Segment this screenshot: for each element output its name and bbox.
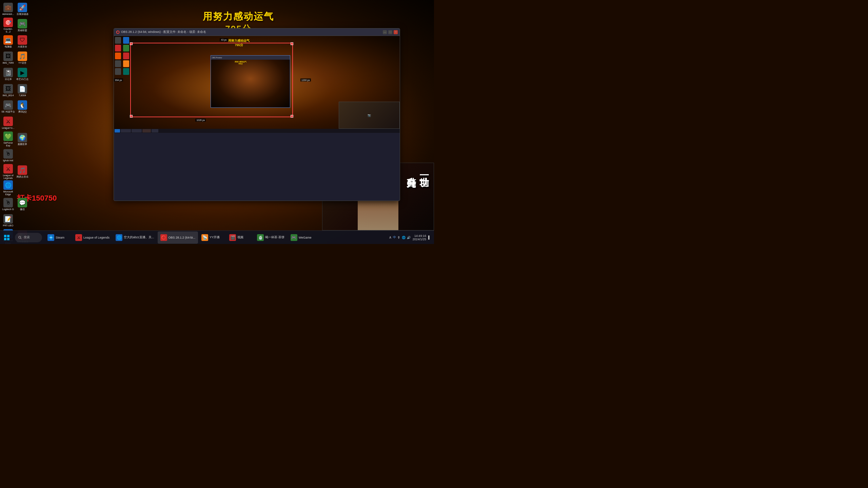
taskbar-search-box[interactable]: 搜索 <box>15 233 42 242</box>
icon-row-7: 🎮 SE 对战平台 🐧 腾讯QQ <box>1 99 29 115</box>
obs-handle-br[interactable] <box>291 115 293 118</box>
icon-lghub[interactable]: 🖱 lghub inst <box>1 148 15 163</box>
nested-obs-title: OBS Preview <box>211 56 290 60</box>
icon-counter-strike-label: Counter-S...2 <box>1 28 15 33</box>
icon-prt[interactable]: 📝 PRT-UEO <box>1 213 15 228</box>
obs-preview-taskbar <box>114 129 400 133</box>
icon-edge[interactable]: 🌐 Microsoft Edge <box>1 180 15 196</box>
icon-img1[interactable]: 🖼 IMG_7055 <box>1 50 15 66</box>
icon-prt-label: PRT-UEO <box>3 224 14 227</box>
icon-accelerator[interactable]: 🚀 百饿加速器 <box>16 1 29 17</box>
taskbar-obs-icon: ⭕ <box>160 234 167 241</box>
obs-maximize-button[interactable]: □ <box>388 30 392 34</box>
icon-leagueplus-label: League+o... <box>2 127 14 129</box>
icon-administrator[interactable]: 💼 Administr... <box>1 1 15 17</box>
icon-seplat-label: SE 对战平台 <box>1 110 15 113</box>
icon-diary-label: 日记本 <box>5 78 12 81</box>
obs-handle-tl[interactable] <box>130 42 133 45</box>
windows-logo-icon <box>4 235 9 240</box>
icon-wechat[interactable]: 💬 微信 <box>16 197 29 212</box>
taskbar-yy-icon: 📡 <box>201 234 208 241</box>
icon-diary[interactable]: 📓 日记本 <box>1 66 15 82</box>
taskbar: 搜索 💠 Steam ⚔ League of Legends 🌐 空大的abzz… <box>0 230 434 244</box>
taskbar-mic-icon[interactable]: 🎙 <box>397 236 400 239</box>
leagueplus-icon: ⚔ <box>3 117 13 126</box>
icon-img2[interactable]: 🖼 IMG_8014 <box>1 83 15 98</box>
obs-minimize-button[interactable]: — <box>383 30 387 34</box>
prt-icon: 📝 <box>3 214 13 224</box>
obs-titlebar: ⭕ OBS 28.1.2 (64-bit, windows) - 配置文件: 未… <box>114 28 400 36</box>
obs-handle-tr[interactable] <box>291 42 293 45</box>
icon-lol-label: League of Legends <box>1 174 15 179</box>
seplat-icon: 🎮 <box>3 100 13 110</box>
obs-handle-bl[interactable] <box>130 115 133 118</box>
taskbar-ime-icon[interactable]: 中 <box>393 235 396 240</box>
desktop: 用努力感动运气 795分 打卡150750 💼 Administr... 🚀 百… <box>0 0 434 244</box>
taskbar-start-button[interactable] <box>0 231 14 244</box>
icon-lol[interactable]: ⚔ League of Legends <box>1 164 15 180</box>
icon-seplat[interactable]: 🎮 SE 对战平台 <box>1 99 15 115</box>
obs-close-button[interactable]: ✕ <box>394 30 398 34</box>
geforce-icon: 💚 <box>3 131 13 141</box>
icon-pc[interactable]: 💻 电脑版 <box>1 34 15 49</box>
icon-administrator-label: Administr... <box>2 13 14 16</box>
taskbar-expand-icon[interactable]: ∧ <box>389 235 392 240</box>
icon-row-9: 💚 GeForce Exp 🌍 葱圈世界 <box>1 131 29 147</box>
icon-row-11: ⚔ League of Legends 🎵 网易云音乐 <box>1 164 29 180</box>
taskbar-sound-icon[interactable]: 🔊 <box>407 236 411 239</box>
taskbar-show-desktop-button[interactable]: ▌ <box>428 236 431 239</box>
icon-row-5: 📓 日记本 ▶ 奇艺·白己志 <box>1 66 29 82</box>
svg-rect-1 <box>7 235 9 237</box>
icon-yy[interactable]: 🎵 YY语音 <box>16 50 29 66</box>
icon-wegame[interactable]: 🎮 英雄联盟 <box>16 18 29 33</box>
icon-lghub-label: lghub inst <box>3 159 13 162</box>
icon-row-10: 🖱 lghub inst <box>1 148 29 163</box>
taskbar-system-tray: ∧ 中 🎙 🌐 🔊 14:49:16 2024/1/25 ▌ <box>386 234 434 241</box>
taskbar-item-obs[interactable]: ⭕ OBS 28.1.2 (64-bi... <box>158 231 198 244</box>
taskbar-video-icon: 🎬 <box>229 234 236 241</box>
icon-netease-music[interactable]: 🎵 网易云音乐 <box>16 164 29 180</box>
icon-img2-label: IMG_8014 <box>3 94 14 97</box>
taskbar-item-video[interactable]: 🎬 视频 <box>226 231 254 244</box>
taskbar-item-steam[interactable]: 💠 Steam <box>45 231 72 244</box>
taskbar-item-browser[interactable]: 🌐 空大的abzz直播、关... <box>113 231 157 244</box>
obs-preview-tb-item5 <box>152 129 158 133</box>
icon-geforce[interactable]: 💚 GeForce Exp <box>1 131 15 147</box>
taskbar-steam-icon: 💠 <box>47 234 54 241</box>
icon-leagueplus[interactable]: ⚔ League+o... <box>1 115 15 131</box>
taskbar-item-wegame[interactable]: 🎮 WeGame <box>288 231 315 244</box>
nested-preview-text: 用努力感动运气795分 <box>235 61 246 65</box>
taskbar-item-tea[interactable]: 🍵 喝一杯茶·茶饼 <box>254 231 287 244</box>
taskbar-item-yy[interactable]: 📡 YY开播 <box>199 231 226 244</box>
svg-rect-0 <box>4 235 6 237</box>
taskbar-network-icon[interactable]: 🌐 <box>402 236 406 239</box>
obs-dim-left: 994 px <box>114 79 123 82</box>
accelerator-icon: 🚀 <box>18 3 27 12</box>
icon-counter-strike[interactable]: 🎯 Counter-S...2 <box>1 18 15 33</box>
obs-window[interactable]: ⭕ OBS 28.1.2 (64-bit, windows) - 配置文件: 未… <box>114 28 400 201</box>
icon-huorong[interactable]: 🛡 火绒安全 <box>16 34 29 49</box>
icon-iqiyi[interactable]: ▶ 奇艺·白己志 <box>16 66 29 82</box>
icon-empty12b <box>16 180 29 196</box>
icon-world[interactable]: 🌍 葱圈世界 <box>16 131 29 147</box>
logitech-icon: 🖱 <box>3 198 13 207</box>
obs-dim-right: 1200 px <box>300 79 311 82</box>
icon-7004[interactable]: 📄 7,8004 <box>16 83 29 98</box>
icon-accelerator-label: 百饿加速器 <box>17 13 28 16</box>
search-icon <box>18 236 22 239</box>
icon-yy-label: YY语音 <box>18 62 26 64</box>
empty14b-icon <box>18 216 27 225</box>
icon-netease-label: 网易云音乐 <box>17 176 28 178</box>
wegame-icon: 🎮 <box>18 19 27 28</box>
obs-dim-bottom: 1026 px <box>195 119 206 122</box>
qq-icon: 🐧 <box>18 100 27 110</box>
icon-logitech[interactable]: 🖱 Logitech G <box>1 197 15 212</box>
svg-rect-2 <box>4 238 6 240</box>
icon-qq[interactable]: 🐧 腾讯QQ <box>16 99 29 115</box>
taskbar-clock[interactable]: 14:49:16 2024/1/25 <box>413 234 426 241</box>
taskbar-video-label: 视频 <box>237 235 243 240</box>
taskbar-tea-icon: 🍵 <box>257 234 264 241</box>
huorong-icon: 🛡 <box>18 35 27 45</box>
taskbar-item-lol[interactable]: ⚔ League of Legends <box>73 231 112 244</box>
img1-icon: 🖼 <box>3 52 13 61</box>
